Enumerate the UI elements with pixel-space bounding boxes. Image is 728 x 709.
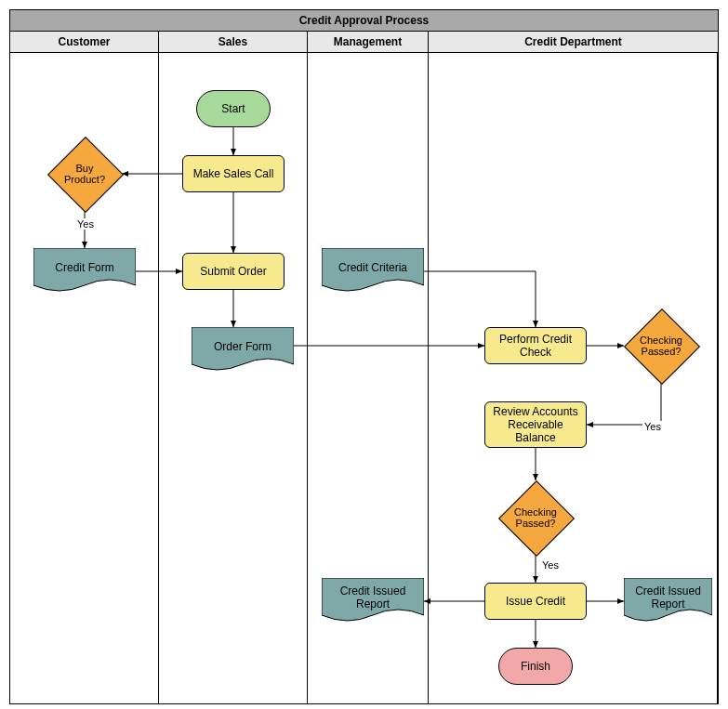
edge-label-yes-1: Yes <box>75 218 96 230</box>
lane-header-credit: Credit Department <box>429 32 718 53</box>
checking-passed-1-decision: Checking Passed? <box>624 309 698 383</box>
credit-form-document: Credit Form <box>33 248 136 295</box>
edge-label-yes-2: Yes <box>642 421 663 432</box>
lane-header-sales: Sales <box>159 32 308 53</box>
buy-product-decision: Buy Product? <box>47 137 122 211</box>
credit-criteria-document: Credit Criteria <box>322 248 424 295</box>
issue-credit-process: Issue Credit <box>484 583 587 620</box>
submit-order-process: Submit Order <box>182 253 285 290</box>
credit-issued-report-cd-document: Credit Issued Report <box>624 578 712 624</box>
start-node: Start <box>196 90 271 127</box>
perform-credit-check-process: Perform Credit Check <box>484 327 587 364</box>
lane-headers: Customer Sales Management Credit Departm… <box>10 32 718 53</box>
diagram-title: Credit Approval Process <box>10 10 718 32</box>
make-sales-call-process: Make Sales Call <box>182 155 285 192</box>
edge-label-yes-3: Yes <box>540 559 561 571</box>
credit-issued-report-mgmt-document: Credit Issued Report <box>322 578 424 624</box>
lane-sales <box>159 53 308 703</box>
order-form-document: Order Form <box>192 327 294 374</box>
finish-node: Finish <box>498 648 573 685</box>
lane-header-customer: Customer <box>10 32 159 53</box>
lanes-body: Yes Yes Yes Start Make Sales Call Buy Pr… <box>10 53 718 703</box>
lane-header-management: Management <box>308 32 429 53</box>
swimlane-diagram: Credit Approval Process Customer Sales M… <box>9 9 719 704</box>
review-accounts-process: Review Accounts Receivable Balance <box>484 401 587 448</box>
checking-passed-2-decision: Checking Passed? <box>498 480 573 555</box>
